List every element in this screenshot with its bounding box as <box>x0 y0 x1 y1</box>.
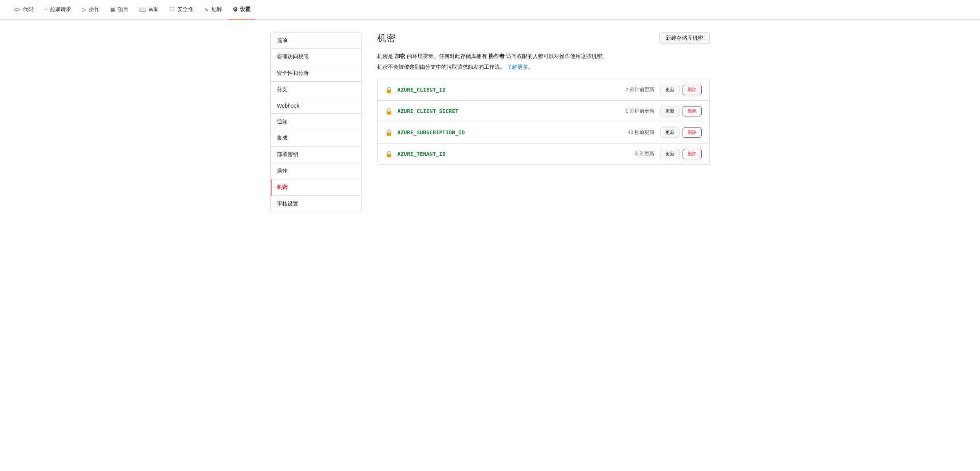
nav-label-pulls: 拉取请求 <box>50 6 71 13</box>
delete-button-1[interactable]: 删除 <box>683 106 702 116</box>
nav-label-insights: 见解 <box>211 6 222 13</box>
description-mid: 的环境变量。任何对此存储库拥有 <box>405 53 488 59</box>
nav-item-code[interactable]: <> 代码 <box>9 0 38 20</box>
secret-row-0: 🔒 AZURE_CLIENT_ID 2 分钟前更新 更新 删除 <box>378 79 709 101</box>
sidebar-item-audit[interactable]: 审核设置 <box>271 196 361 212</box>
update-button-0[interactable]: 更新 <box>660 85 680 95</box>
secret-name-0: AZURE_CLIENT_ID <box>397 87 625 93</box>
sidebar-item-secrets[interactable]: 机密 <box>271 179 361 196</box>
learn-more-link[interactable]: 了解更多 <box>507 64 528 70</box>
secret-row-3: 🔒 AZURE_TENANT_ID 刚刚更新 更新 删除 <box>378 144 709 165</box>
security-icon: 🛡 <box>169 6 175 13</box>
main-content: 机密 新建存储库机密 机密是 加密 的环境变量。任何对此存储库拥有 协作者 访问… <box>377 32 710 212</box>
nav-label-code: 代码 <box>23 6 34 13</box>
sidebar-item-security-analysis[interactable]: 安全性和分析 <box>271 65 361 82</box>
delete-button-3[interactable]: 删除 <box>683 149 702 159</box>
description-bold-encrypted: 加密 <box>395 53 405 59</box>
nav-item-projects[interactable]: ▦ 项目 <box>106 0 133 20</box>
lock-icon-3: 🔒 <box>385 150 393 158</box>
nav-label-actions: 操作 <box>89 6 100 13</box>
sidebar-item-deploy-keys[interactable]: 部署密钥 <box>271 147 361 163</box>
secret-updated-0: 2 分钟前更新 <box>625 86 654 93</box>
projects-icon: ▦ <box>110 6 116 13</box>
nav-item-wiki[interactable]: 📖 Wiki <box>135 0 163 20</box>
update-button-1[interactable]: 更新 <box>660 106 680 116</box>
description-line2-post: 。 <box>528 64 533 70</box>
page-layout: 选项 管理访问权限 安全性和分析 分支 Webhook 通知 集成 部署密钥 操… <box>261 20 719 224</box>
secret-updated-1: 1 分钟前更新 <box>625 108 654 115</box>
new-secret-button[interactable]: 新建存储库机密 <box>659 32 710 44</box>
top-navigation: <> 代码 ⑂ 拉取请求 ▷ 操作 ▦ 项目 📖 Wiki 🛡 安全性 ∿ 见解… <box>0 0 980 20</box>
sidebar-item-notifications[interactable]: 通知 <box>271 114 361 130</box>
secret-updated-3: 刚刚更新 <box>635 150 654 157</box>
sidebar-item-integrations[interactable]: 集成 <box>271 130 361 147</box>
description-line2: 机密不会被传递到由分支中的拉取请求触发的工作流。 了解更多。 <box>377 63 710 71</box>
sidebar-item-actions-menu[interactable]: 操作 <box>271 163 361 179</box>
description-post: 访问权限的人都可以对操作使用这些机密。 <box>504 53 607 59</box>
lock-icon-2: 🔒 <box>385 129 393 136</box>
wiki-icon: 📖 <box>139 6 146 13</box>
description-line1: 机密是 加密 的环境变量。任何对此存储库拥有 协作者 访问权限的人都可以对操作使… <box>377 52 710 60</box>
nav-item-actions[interactable]: ▷ 操作 <box>77 0 104 20</box>
nav-label-projects: 项目 <box>118 6 129 13</box>
secret-name-3: AZURE_TENANT_ID <box>397 151 635 157</box>
secret-name-2: AZURE_SUBSCRIPTION_ID <box>397 129 628 135</box>
delete-button-0[interactable]: 删除 <box>683 85 702 95</box>
secret-row-1: 🔒 AZURE_CLIENT_SECRET 1 分钟前更新 更新 删除 <box>378 101 709 122</box>
description-pre: 机密是 <box>377 53 395 59</box>
nav-label-security: 安全性 <box>177 6 193 13</box>
lock-icon-0: 🔒 <box>385 86 393 94</box>
pulls-icon: ⑂ <box>44 6 48 13</box>
settings-icon: ⚙ <box>233 6 238 13</box>
nav-item-settings[interactable]: ⚙ 设置 <box>228 0 255 20</box>
secret-row-2: 🔒 AZURE_SUBSCRIPTION_ID 40 秒前更新 更新 删除 <box>378 122 709 144</box>
nav-item-insights[interactable]: ∿ 见解 <box>199 0 227 20</box>
insights-icon: ∿ <box>204 6 209 13</box>
lock-icon-1: 🔒 <box>385 108 393 115</box>
delete-button-2[interactable]: 删除 <box>683 127 702 138</box>
update-button-2[interactable]: 更新 <box>660 127 680 138</box>
actions-icon: ▷ <box>82 6 87 13</box>
sidebar-item-webhooks[interactable]: Webhook <box>271 98 361 114</box>
secret-name-1: AZURE_CLIENT_SECRET <box>397 108 625 114</box>
sidebar-item-options[interactable]: 选项 <box>271 32 361 49</box>
code-icon: <> <box>14 6 21 13</box>
nav-item-pulls[interactable]: ⑂ 拉取请求 <box>40 0 76 20</box>
sidebar-item-access[interactable]: 管理访问权限 <box>271 49 361 65</box>
sidebar-item-branches[interactable]: 分支 <box>271 82 361 98</box>
nav-item-security[interactable]: 🛡 安全性 <box>165 0 198 20</box>
description-bold-collaborator: 协作者 <box>488 53 504 59</box>
settings-sidebar: 选项 管理访问权限 安全性和分析 分支 Webhook 通知 集成 部署密钥 操… <box>270 32 362 212</box>
description-line2-pre: 机密不会被传递到由分支中的拉取请求触发的工作流。 <box>377 64 505 70</box>
secret-updated-2: 40 秒前更新 <box>628 129 654 136</box>
main-header: 机密 新建存储库机密 <box>377 32 710 44</box>
secrets-table: 🔒 AZURE_CLIENT_ID 2 分钟前更新 更新 删除 🔒 AZURE_… <box>377 79 710 165</box>
page-title: 机密 <box>377 32 395 44</box>
update-button-3[interactable]: 更新 <box>660 149 680 159</box>
nav-label-wiki: Wiki <box>149 6 159 13</box>
nav-label-settings: 设置 <box>240 6 251 13</box>
